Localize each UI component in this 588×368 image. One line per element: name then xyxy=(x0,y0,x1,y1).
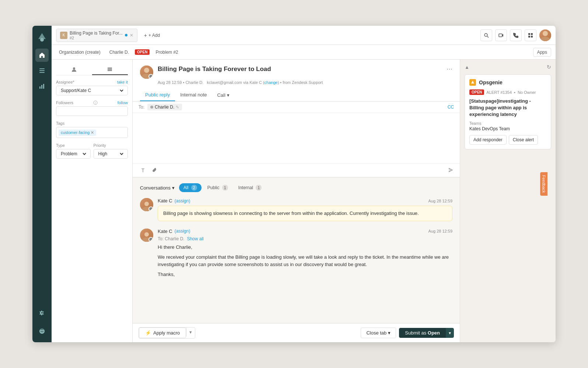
reply-tabs: Public reply Internal note Call ▾ xyxy=(140,89,452,101)
opsgenie-title: Opsgenie xyxy=(469,79,546,86)
alert-open-badge: OPEN xyxy=(469,89,484,95)
msg2-to: To: Charlie D. Show all xyxy=(158,236,452,241)
add-button[interactable]: + + Add xyxy=(140,31,164,40)
nav-home[interactable] xyxy=(35,49,49,62)
tab-public[interactable]: Public 1 xyxy=(203,183,232,192)
user-avatar[interactable] xyxy=(539,29,551,41)
tab-internal[interactable]: Internal 1 xyxy=(234,183,266,192)
opsgenie-card: Opsgenie OPEN ALERT #1354 • No Owner [St… xyxy=(465,74,551,149)
avatar-badge-2 xyxy=(148,237,153,242)
follow-link[interactable]: follow xyxy=(118,100,128,105)
panel-refresh-button[interactable]: ↻ xyxy=(547,64,551,70)
ticket-options[interactable]: ⋯ xyxy=(447,66,452,72)
assignee-select[interactable]: Support/Kate C xyxy=(56,86,128,95)
type-select[interactable]: Problem xyxy=(56,149,91,159)
apply-macro-button[interactable]: ⚡ Apply macro xyxy=(139,328,186,338)
opsgenie-logo-icon xyxy=(469,79,476,86)
msg2-body: We received your complaint that the Bill… xyxy=(158,254,452,268)
ticket-meta: Aug 28 12:59 • Charlie D. kclavet@gmail.… xyxy=(140,80,452,85)
tab-public-reply[interactable]: Public reply xyxy=(140,89,175,101)
app-logo[interactable] xyxy=(35,30,49,43)
type-priority-row: Type Problem Priority xyxy=(56,143,128,164)
followers-label: Followers i follow xyxy=(56,100,128,105)
svg-point-0 xyxy=(40,38,44,42)
nav-zendesk[interactable] xyxy=(35,325,49,338)
grid-button[interactable] xyxy=(525,29,536,41)
close-alert-button[interactable]: Close alert xyxy=(509,135,538,145)
panel-tab-person[interactable] xyxy=(56,64,92,75)
message-bubble-1: Billing page is showing slowness in conn… xyxy=(158,206,452,221)
compose-to: To: Charlie D. ✎ CC xyxy=(133,102,460,113)
followers-input[interactable] xyxy=(56,106,128,116)
apps-button[interactable]: Apps xyxy=(533,48,551,57)
body-area: Assignee* take it Support/Kate C Followe… xyxy=(52,60,556,342)
compose-textarea[interactable] xyxy=(139,117,454,158)
panel-tab-list[interactable] xyxy=(92,64,128,75)
compose-body[interactable] xyxy=(133,113,460,163)
svg-rect-4 xyxy=(39,86,41,89)
msg2-assign[interactable]: (assign) xyxy=(175,229,190,234)
take-it-link[interactable]: take it xyxy=(117,80,128,84)
change-link[interactable]: change xyxy=(265,80,278,85)
ticket-header: Billing Page is Taking Forever to Load ⋯… xyxy=(133,60,460,102)
alert-title: [Statuspage]investigating - Billing page… xyxy=(469,98,546,118)
panel-collapse-button[interactable]: ▲ xyxy=(465,64,469,70)
tab-call[interactable]: Call ▾ xyxy=(212,89,234,101)
followers-field: Followers i follow xyxy=(56,100,128,116)
msg2-author: Kate C xyxy=(158,229,172,234)
submit-dropdown[interactable]: ▾ xyxy=(446,328,454,338)
msg1-assign[interactable]: (assign) xyxy=(175,198,190,204)
type-dropdown[interactable]: Problem xyxy=(59,151,87,157)
plus-icon: + xyxy=(144,32,147,38)
active-ticket-tab[interactable]: K Billing Page is Taking For... #2 ✕ xyxy=(56,29,137,42)
edit-icon[interactable]: ✎ xyxy=(176,105,179,110)
assignee-dropdown[interactable]: Support/Kate C xyxy=(59,88,125,93)
search-button[interactable] xyxy=(480,29,492,41)
nav-reporting[interactable] xyxy=(35,79,49,93)
priority-dropdown[interactable]: High xyxy=(97,151,125,157)
svg-rect-11 xyxy=(531,33,533,35)
close-tab-button[interactable]: Close tab ▾ xyxy=(361,328,396,338)
svg-rect-15 xyxy=(108,68,112,68)
message-meta-2: Kate C (assign) Aug 28 12:59 xyxy=(158,229,452,234)
tags-label: Tags xyxy=(56,121,128,125)
breadcrumb-bar: Organization (create) Charlie D. OPEN Pr… xyxy=(52,45,556,60)
submit-button[interactable]: Submit as Open xyxy=(399,328,446,338)
send-icon[interactable] xyxy=(448,167,454,174)
avatar-badge xyxy=(148,74,153,79)
svg-rect-16 xyxy=(108,69,112,70)
add-responder-button[interactable]: Add responder xyxy=(469,135,507,145)
cc-button[interactable]: CC xyxy=(448,105,454,110)
message-content-1: Kate C (assign) Aug 28 12:59 Billing pag… xyxy=(158,198,452,221)
macro-dropdown[interactable]: ▾ xyxy=(186,328,195,336)
breadcrumb-charlie[interactable]: Charlie D. xyxy=(106,48,132,56)
message-meta-1: Kate C (assign) Aug 28 12:59 xyxy=(158,198,452,204)
svg-rect-1 xyxy=(39,68,45,69)
tag-remove[interactable]: ✕ xyxy=(91,130,94,135)
conversations-dropdown[interactable]: Conversations ▾ xyxy=(140,185,175,191)
tab-title: Billing Page is Taking For... xyxy=(70,31,123,36)
feedback-tab[interactable]: Feedback xyxy=(540,172,547,196)
nav-settings[interactable] xyxy=(35,306,49,319)
text-format-icon[interactable]: T xyxy=(139,166,147,175)
tab-all[interactable]: All 2 xyxy=(179,183,202,192)
svg-point-7 xyxy=(484,33,487,36)
video-button[interactable] xyxy=(495,29,507,41)
svg-rect-9 xyxy=(499,34,502,37)
recipient-dot xyxy=(150,106,153,109)
phone-button[interactable] xyxy=(510,29,522,41)
breadcrumb-org[interactable]: Organization (create) xyxy=(56,48,104,56)
breadcrumb-problem[interactable]: Problem #2 xyxy=(153,48,181,56)
bottom-right: Close tab ▾ Submit as Open ▾ xyxy=(361,328,454,338)
attachment-icon[interactable] xyxy=(150,166,159,175)
alert-actions: Add responder Close alert xyxy=(469,135,546,145)
right-panel: ▲ ↻ Opsgenie OPEN ALERT #1354 • xyxy=(460,60,556,342)
priority-select[interactable]: High xyxy=(94,149,128,159)
show-all-link[interactable]: Show all xyxy=(187,236,203,241)
nav-tickets[interactable] xyxy=(35,64,49,77)
tab-close[interactable]: ✕ xyxy=(130,33,133,38)
tags-input[interactable]: customer-facing ✕ xyxy=(56,127,128,138)
msg2-footer: Thanks, xyxy=(158,271,452,278)
tab-internal-note[interactable]: Internal note xyxy=(175,89,212,101)
recipient-badge[interactable]: Charlie D. ✎ xyxy=(147,104,182,110)
